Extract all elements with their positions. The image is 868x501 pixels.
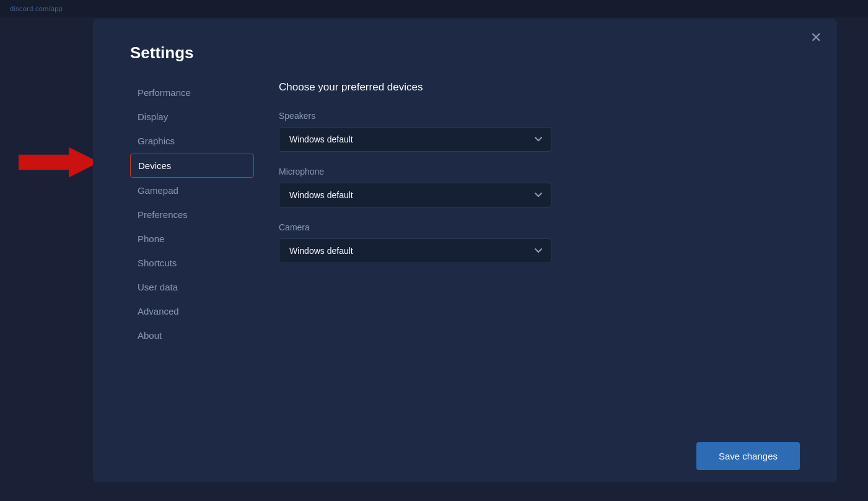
speakers-select[interactable]: Windows default Headphones Speakers Moni… (279, 127, 551, 152)
close-button[interactable]: ✕ (810, 31, 822, 45)
sidebar-item-preferences[interactable]: Preferences (130, 203, 254, 226)
settings-footer: Save changes (93, 430, 837, 482)
save-changes-button[interactable]: Save changes (696, 442, 800, 470)
sidebar-item-shortcuts[interactable]: Shortcuts (130, 251, 254, 274)
speakers-section: Speakers Windows default Headphones Spea… (279, 111, 775, 152)
sidebar-item-graphics[interactable]: Graphics (130, 129, 254, 152)
speakers-label: Speakers (279, 111, 775, 121)
sidebar-item-advanced[interactable]: Advanced (130, 300, 254, 323)
sidebar-item-display[interactable]: Display (130, 105, 254, 128)
camera-label: Camera (279, 222, 775, 232)
settings-body: Performance Display Graphics Devices Gam… (93, 75, 837, 430)
sidebar-item-user-data[interactable]: User data (130, 276, 254, 298)
microphone-label: Microphone (279, 167, 775, 176)
top-bar-text: discord.com/app (10, 5, 63, 12)
camera-select[interactable]: Windows default Webcam Virtual Camera (279, 238, 551, 263)
top-bar: discord.com/app (0, 0, 868, 17)
svg-marker-0 (19, 147, 99, 178)
microphone-section: Microphone Windows default Built-in Micr… (279, 167, 775, 207)
red-arrow-icon (19, 144, 99, 181)
annotation-arrow (19, 144, 99, 181)
camera-section: Camera Windows default Webcam Virtual Ca… (279, 222, 775, 263)
settings-sidebar: Performance Display Graphics Devices Gam… (130, 75, 254, 430)
sidebar-item-about[interactable]: About (130, 324, 254, 347)
microphone-select[interactable]: Windows default Built-in Microphone Exte… (279, 183, 551, 207)
settings-dialog: ✕ Settings Performance Display Graphics … (93, 19, 837, 482)
sidebar-item-performance[interactable]: Performance (130, 81, 254, 104)
sidebar-item-gamepad[interactable]: Gamepad (130, 179, 254, 202)
settings-title: Settings (93, 19, 837, 75)
sidebar-item-phone[interactable]: Phone (130, 227, 254, 250)
sidebar-item-devices[interactable]: Devices (130, 154, 254, 178)
content-heading: Choose your preferred devices (279, 81, 775, 94)
content-area: Choose your preferred devices Speakers W… (254, 75, 800, 430)
